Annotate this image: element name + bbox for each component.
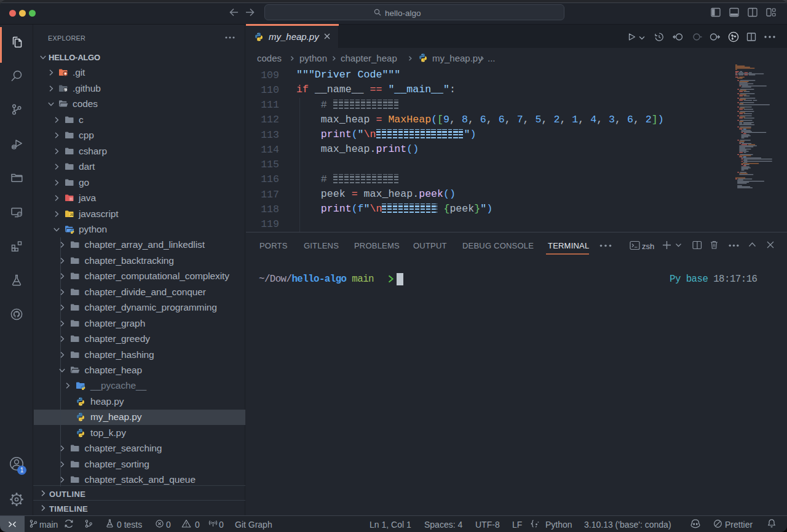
svg-text:JS: JS bbox=[69, 213, 73, 216]
